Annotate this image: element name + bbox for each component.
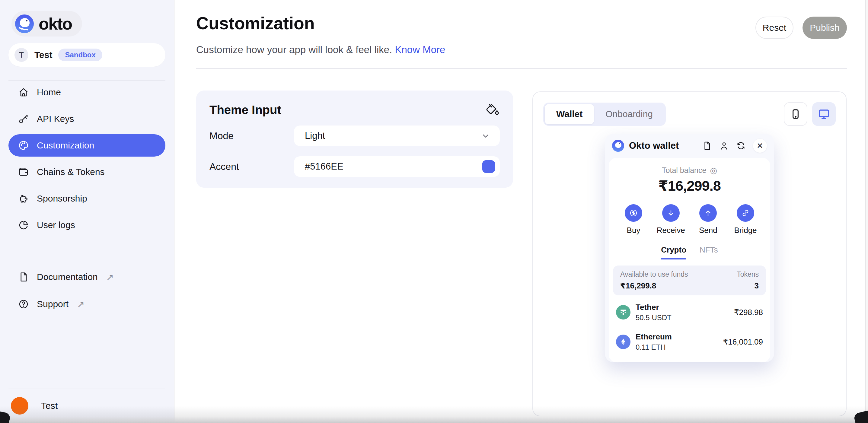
bridge-button[interactable]: Bridge (733, 204, 758, 235)
home-icon (18, 87, 29, 98)
sidebar-item-label: Customization (37, 140, 94, 151)
sidebar-item-label: Home (37, 87, 61, 97)
arrow-down-icon (662, 204, 680, 222)
token-value: ₹16,001.09 (723, 337, 763, 347)
page-subtitle: Customize how your app will look & feel … (196, 44, 445, 56)
sidebar-item-user-logs[interactable]: User logs (8, 214, 165, 236)
wallet-preview-card: Okto wallet ✕ Total balance (605, 134, 774, 362)
file-icon[interactable] (702, 141, 712, 151)
accent-color-swatch[interactable] (482, 160, 495, 173)
wallet-asset-tabs: Crypto NFTs (609, 245, 770, 259)
sidebar-menu: Home API Keys Customization Chains & Tok… (8, 81, 165, 240)
key-icon (18, 113, 29, 124)
token-value: ₹298.98 (734, 308, 763, 317)
okto-logo[interactable]: okto (11, 11, 82, 36)
token-name: Ethereum (636, 332, 672, 341)
palette-icon (18, 140, 29, 151)
reset-button[interactable]: Reset (755, 17, 794, 39)
tab-wallet[interactable]: Wallet (545, 104, 594, 124)
accent-row: Accent #5166EE (210, 156, 500, 177)
ethereum-icon (616, 335, 630, 349)
sidebar-item-label: Sponsorship (37, 193, 87, 204)
wallet-body: Total balance ◎ ₹16,299.8 Buy (609, 158, 770, 362)
sidebar-links: Documentation ↗ Support ↗ (8, 266, 165, 320)
sidebar-item-label: Documentation (37, 272, 98, 282)
help-icon (18, 299, 29, 310)
sidebar-item-label: Chains & Tokens (37, 167, 105, 177)
subtitle-text: Customize how your app will look & feel … (196, 44, 392, 55)
total-balance-value: ₹16,299.8 (609, 177, 770, 194)
token-list: Tether 50.5 USDT ₹298.98 Ethereum 0.11 E… (616, 303, 763, 352)
project-selector[interactable]: T Test Sandbox (8, 43, 165, 67)
arrow-up-icon (699, 204, 717, 222)
send-button[interactable]: Send (695, 204, 721, 235)
chevron-down-icon (480, 131, 491, 141)
wallet-title: Okto wallet (629, 140, 679, 151)
token-row-ethereum[interactable]: Ethereum 0.11 ETH ₹16,001.09 (616, 332, 763, 352)
action-label: Send (699, 226, 717, 235)
token-row-tether[interactable]: Tether 50.5 USDT ₹298.98 (616, 303, 763, 322)
external-link-icon: ↗ (106, 272, 114, 283)
header-actions: Reset Publish (755, 17, 847, 39)
sidebar-item-home[interactable]: Home (8, 81, 165, 103)
sidebar-item-api-keys[interactable]: API Keys (8, 108, 165, 130)
link-icon (737, 204, 754, 222)
mode-select[interactable]: Light (294, 126, 500, 146)
user-name: Test (41, 401, 58, 411)
wallet-actions: Buy Receive Send (621, 204, 758, 235)
mode-row: Mode Light (210, 126, 500, 146)
available-funds-box: Available to use funds ₹16,299.8 Tokens … (613, 265, 766, 295)
header-divider (196, 68, 847, 69)
total-balance-label: Total balance (662, 166, 706, 175)
know-more-link[interactable]: Know More (395, 44, 445, 55)
next-section-stub (617, 362, 763, 362)
sidebar-item-chains-tokens[interactable]: Chains & Tokens (8, 161, 165, 183)
sidebar-item-label: API Keys (37, 114, 74, 124)
token-amount: 50.5 USDT (636, 314, 672, 322)
sidebar: okto T Test Sandbox Home API Keys Custom… (0, 0, 175, 423)
sandbox-badge: Sandbox (58, 48, 102, 61)
user-avatar (11, 397, 28, 415)
close-icon[interactable]: ✕ (753, 139, 767, 153)
sidebar-item-label: Support (37, 299, 68, 309)
accent-label: Accent (210, 161, 294, 172)
dollar-circle-icon (625, 204, 642, 222)
user-menu[interactable]: Test (8, 397, 165, 415)
buy-button[interactable]: Buy (621, 204, 646, 235)
okto-wallet-logo-icon (612, 140, 624, 152)
page-scrollbar[interactable] (865, 0, 868, 423)
page-title: Customization (196, 13, 315, 33)
phone-preview-button[interactable] (784, 102, 807, 126)
user-icon[interactable] (719, 141, 729, 151)
phone-icon (789, 108, 802, 120)
pie-chart-icon (18, 220, 29, 230)
sidebar-item-support[interactable]: Support ↗ (8, 293, 165, 315)
sidebar-item-customization[interactable]: Customization (8, 134, 165, 157)
tab-crypto[interactable]: Crypto (661, 245, 686, 259)
tether-icon (616, 305, 630, 320)
receive-button[interactable]: Receive (658, 204, 684, 235)
action-label: Buy (627, 226, 641, 235)
sidebar-item-sponsorship[interactable]: Sponsorship (8, 187, 165, 210)
paint-bucket-icon (485, 103, 500, 117)
theme-input-title: Theme Input (210, 103, 281, 117)
publish-button[interactable]: Publish (803, 17, 847, 39)
okto-logo-icon (15, 14, 34, 33)
project-avatar: T (14, 48, 28, 62)
desktop-icon (817, 108, 830, 120)
tab-onboarding[interactable]: Onboarding (594, 104, 664, 124)
main-content: Customization Customize how your app wil… (175, 0, 868, 423)
wallet-icon (18, 167, 29, 177)
sidebar-item-documentation[interactable]: Documentation ↗ (8, 266, 165, 288)
preview-tab-group: Wallet Onboarding (543, 103, 666, 126)
eye-icon[interactable]: ◎ (710, 166, 717, 175)
external-link-icon: ↗ (77, 299, 85, 310)
mode-value: Light (305, 130, 480, 141)
sidebar-item-label: User logs (37, 220, 75, 230)
accent-input[interactable]: #5166EE (294, 156, 500, 177)
refresh-icon[interactable] (736, 141, 746, 151)
tokens-count: 3 (737, 281, 759, 291)
desktop-preview-button[interactable] (812, 102, 836, 126)
tab-nfts[interactable]: NFTs (700, 245, 718, 259)
sidebar-divider-bottom (8, 389, 165, 389)
